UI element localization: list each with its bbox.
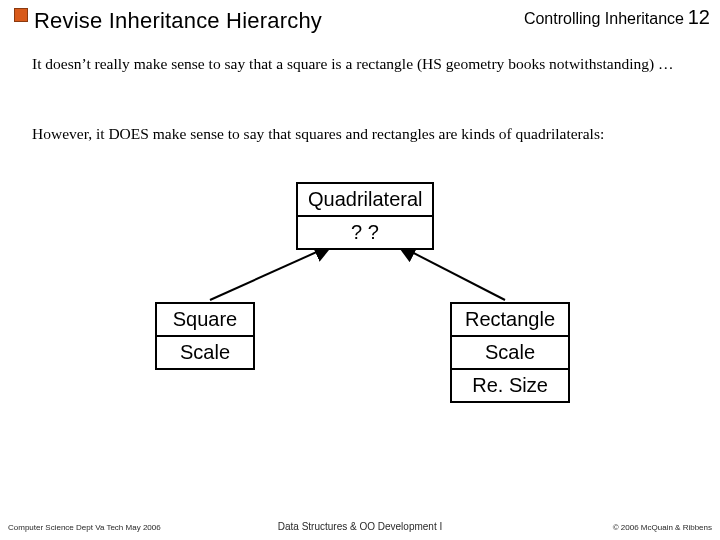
svg-line-0 [210, 246, 330, 300]
class-name: Quadrilateral [298, 184, 432, 217]
class-operation: Scale [452, 337, 568, 370]
class-quadrilateral: Quadrilateral ? ? [296, 182, 434, 250]
svg-line-1 [400, 246, 505, 300]
class-diagram: Quadrilateral ? ? Square Scale Rectangle… [0, 182, 720, 462]
class-rectangle: Rectangle Scale Re. Size [450, 302, 570, 403]
footer-right: © 2006 McQuain & Ribbens [613, 523, 712, 532]
slide-header: Revise Inheritance Hierarchy Controlling… [10, 6, 710, 42]
class-name: Rectangle [452, 304, 568, 337]
class-name: Square [157, 304, 253, 337]
footer-center: Data Structures & OO Development I [8, 521, 712, 532]
header-marker-icon [14, 8, 28, 22]
class-compartment: ? ? [298, 217, 432, 248]
class-operation: Scale [157, 337, 253, 368]
slide-topic: Controlling Inheritance [524, 10, 684, 28]
page-number: 12 [688, 6, 710, 29]
class-square: Square Scale [155, 302, 255, 370]
slide: Revise Inheritance Hierarchy Controlling… [0, 0, 720, 540]
body-paragraph-1: It doesn’t really make sense to say that… [32, 54, 690, 73]
slide-footer: Computer Science Dept Va Tech May 2006 D… [8, 516, 712, 532]
body-paragraph-2: However, it DOES make sense to say that … [32, 124, 690, 143]
slide-title: Revise Inheritance Hierarchy [34, 8, 322, 34]
class-operation: Re. Size [452, 370, 568, 401]
